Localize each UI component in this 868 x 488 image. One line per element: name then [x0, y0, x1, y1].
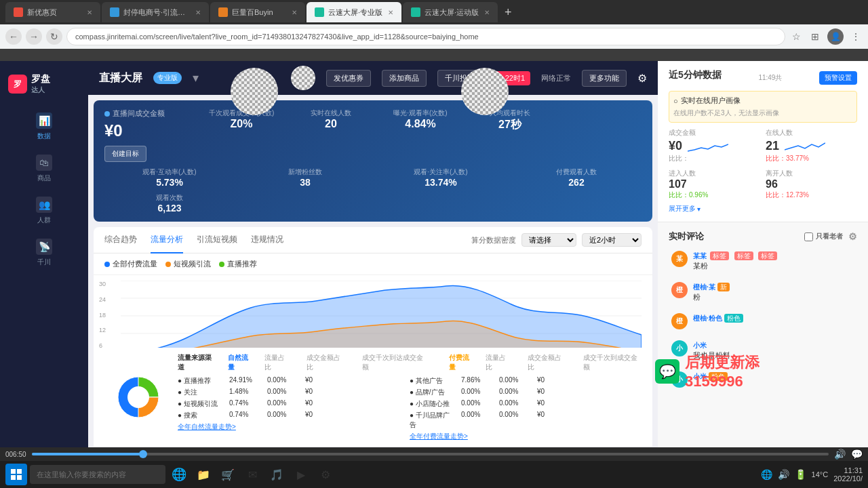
flow-pie-area — [104, 353, 172, 441]
main-area: 罗 罗盘 达人 📊 数据 🛍 商品 👥 人群 📡 千川 直播大屏 专业版 — [0, 61, 868, 488]
stat-exposure-rate: 曝光·观看率(次数) 4.84% — [378, 108, 462, 132]
taskbar-app-browser[interactable]: 🌐 — [168, 464, 190, 485]
blurred-avatar-2 — [461, 68, 509, 115]
nav-icons: ☆ ⊞ 👤 ⋮ — [789, 28, 863, 45]
url-bar[interactable]: compass.jinritemai.com/screen/live/talen… — [66, 28, 785, 45]
menu-icon[interactable]: ⋮ — [849, 30, 863, 43]
volume-icon[interactable]: 🔊 — [834, 449, 846, 460]
expand-btn[interactable]: 展开更多 ▾ — [669, 204, 857, 214]
taskbar-app-music[interactable]: 🎵 — [266, 464, 288, 485]
browser-chrome: 新优惠页 ✕ 封停电商号·引流小达人·入... ✕ 巨量百Buyin ✕ 云速大… — [0, 0, 868, 61]
panel-title: 近5分钟数据 — [669, 69, 722, 81]
taskbar-app-settings[interactable]: ⚙ — [315, 464, 336, 485]
time-range-select[interactable]: 近2小时 — [582, 233, 642, 247]
elder-filter-checkbox[interactable] — [804, 232, 813, 241]
taskbar-clock[interactable]: 11:31 2022/10/ — [833, 466, 863, 483]
chat-icon[interactable]: 💬 — [851, 449, 863, 460]
video-time: 006:50 — [5, 451, 26, 458]
alert-settings-btn[interactable]: 预警设置 — [819, 71, 857, 85]
sidebar-item-channel[interactable]: 📡 千川 — [0, 232, 88, 274]
network-icon[interactable]: 🌐 — [761, 469, 772, 480]
wechat-icon: 💬 — [655, 359, 679, 384]
density-select[interactable]: 请选择 — [521, 233, 576, 247]
progress-track[interactable] — [32, 453, 829, 455]
legend-dot-paid — [104, 262, 110, 267]
flow-row-4: ● 搜索 0.74% 0.00% ¥0 — [178, 411, 410, 420]
panel-stat-online: 在线人数 21 比比：33.77% — [766, 128, 857, 163]
panel-stat-row2: 进入人数 107 比比：0.96% 离开人数 96 比比：12.73% — [669, 169, 857, 200]
svg-rect-14 — [11, 469, 16, 474]
taskbar-app-video[interactable]: ▶ — [290, 464, 312, 485]
tab-close-2[interactable]: ✕ — [195, 9, 201, 16]
legend-dot-shortvideo — [165, 262, 171, 267]
sidebar-logo: 罗 罗盘 达人 — [0, 68, 88, 100]
start-button[interactable] — [5, 464, 27, 485]
bookmark-icon[interactable]: ☆ — [789, 30, 803, 43]
settings-icon[interactable]: ⚙ — [637, 72, 647, 85]
main-stat-value: ¥0 — [104, 121, 186, 140]
main-stat: 直播间成交金额 ¥0 创建目标 — [104, 108, 186, 162]
comments-settings-icon[interactable]: ⚙ — [848, 231, 857, 242]
stat-view-count: 观看次数 6,123 — [104, 193, 235, 214]
flow-row-paid-1: ● 其他广告 7.86% 0.00% ¥0 — [410, 376, 642, 386]
chart-section: 全部付费流量 短视频引流 直播推荐 30 24 18 — [94, 253, 652, 348]
flow-row-paid-2: ● 品牌/广告 0.00% 0.00% ¥0 — [410, 388, 642, 397]
stat-paid-viewers: 付费观看人数 262 — [511, 167, 642, 188]
flow-section: 流量来源渠道 自然流量 流量占比 成交金额占比 成交千次到达成交金额 付费流量 … — [94, 348, 652, 447]
tab-close-5[interactable]: ✕ — [484, 9, 490, 16]
comments-title-text: 实时评论 — [669, 230, 704, 243]
progress-thumb[interactable] — [139, 450, 147, 458]
extensions-icon[interactable]: ⊞ — [808, 30, 822, 43]
version-badge: 专业版 — [153, 72, 182, 84]
stats-bar: 直播间成交金额 ¥0 创建目标 千次观看成交率(人数) Z0% 实时在线人数 2… — [94, 100, 652, 222]
flow-row-paid-4: ● 千川品牌广告 0.00% 0.00% ¥0 — [410, 411, 642, 430]
network-status: 网络正常 — [541, 73, 571, 83]
create-goal-btn[interactable]: 创建目标 — [104, 146, 146, 162]
channel-icon: 📡 — [36, 239, 52, 255]
tab-close-4[interactable]: ✕ — [388, 9, 393, 16]
back-button[interactable]: ← — [5, 28, 22, 45]
stats-bottom: 观看·互动率(人数) 5.73% 新增粉丝数 38 观看·关注率(人数) 13.… — [104, 167, 642, 214]
sidebar-item-goods[interactable]: 🛍 商品 — [0, 148, 88, 190]
volume-sys-icon[interactable]: 🔊 — [778, 469, 789, 480]
view-paid-flow-link[interactable]: 全年付费流量走势> — [410, 432, 468, 440]
flow-row-paid-3: ● 小店随心推 0.00% 0.00% ¥0 — [410, 399, 642, 409]
more-btn[interactable]: 更多功能 — [582, 70, 627, 87]
stat-new-fans: 新增粉丝数 38 — [240, 167, 370, 188]
taskbar-app-mail[interactable]: ✉ — [241, 464, 263, 485]
tab-4[interactable]: 云速大屏·专业版 ✕ — [307, 2, 401, 22]
profile-note: 在线用户数不足3人，无法显示画像 — [673, 108, 852, 118]
logo-icon: 罗 — [8, 75, 27, 94]
tab-2[interactable]: 封停电商号·引流小达人·入... ✕ — [102, 2, 209, 22]
svg-rect-16 — [11, 475, 16, 480]
weather-temp: 14°C — [812, 470, 829, 479]
comment-avatar-2: 橙 — [671, 313, 688, 329]
forward-button[interactable]: → — [26, 28, 42, 45]
progress-fill — [32, 453, 144, 455]
tab-close-1[interactable]: ✕ — [87, 9, 92, 16]
tab-flow[interactable]: 流量分析 — [151, 227, 183, 253]
tab-5[interactable]: 云速大屏·运动版 ✕ — [403, 2, 498, 22]
reload-button[interactable]: ↻ — [46, 28, 62, 45]
tab-comprehensive[interactable]: 综合趋势 — [104, 227, 137, 253]
tab-1[interactable]: 新优惠页 ✕ — [5, 2, 100, 22]
add-goods-btn[interactable]: 添加商品 — [382, 70, 427, 87]
taskbar-app-store[interactable]: 🛒 — [217, 464, 239, 485]
taskbar-search[interactable] — [30, 465, 165, 484]
watermark-text: 后期更新添 — [685, 352, 760, 373]
taskbar-app-folder[interactable]: 📁 — [193, 464, 214, 485]
sidebar-item-data[interactable]: 📊 数据 — [0, 106, 88, 148]
profile-icon[interactable]: 👤 — [827, 28, 844, 45]
logo-subtitle: 达人 — [31, 85, 50, 95]
profile-card: ○ 实时在线用户画像 在线用户数不足3人，无法显示画像 — [669, 91, 857, 123]
sidebar-item-people[interactable]: 👥 人群 — [0, 190, 88, 232]
tab-close-3[interactable]: ✕ — [292, 9, 297, 16]
tab-3[interactable]: 巨量百Buyin ✕ — [210, 2, 305, 22]
center-content: 直播大屏 专业版 ▾ 发优惠券 添加商品 千川投放 22时1 网络正常 更多功能 — [88, 61, 658, 488]
tab-favicon-1 — [14, 7, 23, 17]
view-natural-flow-link[interactable]: 全年自然流量走势> — [178, 423, 236, 430]
new-tab-btn[interactable]: + — [499, 5, 517, 20]
tab-violations[interactable]: 违规情况 — [251, 227, 283, 253]
tickets-btn[interactable]: 发优惠券 — [326, 70, 371, 87]
tab-shortvideo[interactable]: 引流短视频 — [197, 227, 237, 253]
